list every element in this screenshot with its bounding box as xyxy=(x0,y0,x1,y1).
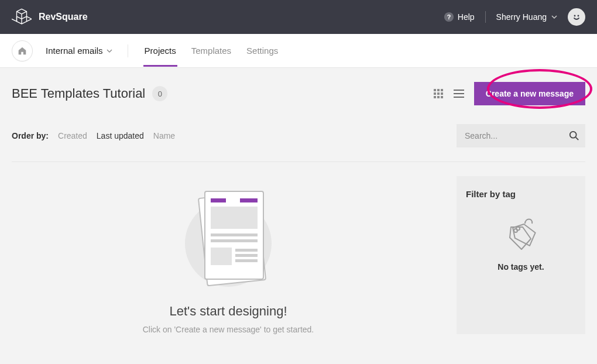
brand-name: RevSquare xyxy=(39,12,88,22)
svg-rect-9 xyxy=(441,92,443,95)
tag-filter-empty-text: No tags yet. xyxy=(466,262,576,272)
svg-point-31 xyxy=(514,229,517,232)
help-link[interactable]: ? Help xyxy=(444,12,475,22)
user-menu[interactable]: Sherry Huang xyxy=(496,12,557,22)
page-title: BEE Templates Tutorial xyxy=(12,86,145,101)
navbar: Internal emails Projects Templates Setti… xyxy=(0,34,597,68)
search-icon xyxy=(569,131,579,141)
svg-rect-25 xyxy=(211,239,258,242)
order-option-last-updated[interactable]: Last updated xyxy=(97,131,144,140)
list-view-button[interactable] xyxy=(451,86,467,101)
grid-icon xyxy=(433,88,444,99)
tab-settings[interactable]: Settings xyxy=(245,35,279,66)
tab-projects[interactable]: Projects xyxy=(143,35,177,66)
tag-filter-panel: Filter by tag No tags yet. xyxy=(457,176,585,334)
nav-divider xyxy=(128,44,128,57)
svg-rect-5 xyxy=(437,89,440,91)
search-wrap xyxy=(457,124,585,147)
user-name: Sherry Huang xyxy=(496,12,547,22)
grid-view-button[interactable] xyxy=(431,86,446,101)
chevron-down-icon xyxy=(551,14,557,20)
svg-rect-23 xyxy=(211,207,258,229)
tab-templates[interactable]: Templates xyxy=(190,35,232,66)
item-count-badge: 0 xyxy=(152,86,167,101)
tag-filter-title: Filter by tag xyxy=(466,189,576,199)
search-input[interactable] xyxy=(457,124,585,147)
topbar-divider xyxy=(485,11,486,23)
order-by-label: Order by: xyxy=(12,131,49,140)
home-button[interactable] xyxy=(12,40,33,61)
svg-rect-27 xyxy=(235,249,258,252)
page-header: BEE Templates Tutorial 0 Create a new me… xyxy=(12,80,585,108)
home-icon xyxy=(17,46,28,56)
svg-rect-29 xyxy=(235,259,258,262)
avatar-face-icon xyxy=(571,11,582,23)
create-message-button[interactable]: Create a new message xyxy=(474,82,585,105)
brand-logo-icon xyxy=(12,7,32,27)
filter-row: Order by: Created Last updated Name xyxy=(12,124,585,147)
chevron-down-icon xyxy=(107,48,112,54)
view-toggle xyxy=(431,86,467,101)
brand-block[interactable]: RevSquare xyxy=(12,7,88,27)
svg-text:?: ? xyxy=(447,13,451,20)
empty-state-subtitle: Click on 'Create a new message' to get s… xyxy=(143,325,314,334)
topbar: RevSquare ? Help Sherry Huang xyxy=(0,0,597,34)
svg-point-2 xyxy=(574,15,576,17)
svg-rect-28 xyxy=(235,254,258,257)
svg-point-3 xyxy=(578,15,579,17)
tag-icon xyxy=(466,213,576,254)
empty-state-title: Let's start designing! xyxy=(169,304,287,319)
svg-rect-12 xyxy=(441,96,443,98)
empty-state: Let's start designing! Click on 'Create … xyxy=(12,176,445,334)
help-icon: ? xyxy=(444,12,454,22)
svg-point-16 xyxy=(570,132,577,138)
svg-rect-10 xyxy=(434,96,436,98)
order-option-name[interactable]: Name xyxy=(153,131,175,140)
svg-rect-26 xyxy=(211,248,232,265)
svg-rect-7 xyxy=(434,92,436,95)
order-option-created[interactable]: Created xyxy=(58,131,87,140)
svg-rect-22 xyxy=(240,198,258,202)
content-area: Let's start designing! Click on 'Create … xyxy=(12,162,585,334)
svg-rect-4 xyxy=(434,89,436,91)
list-icon xyxy=(453,88,465,99)
svg-rect-21 xyxy=(211,198,226,202)
svg-rect-11 xyxy=(437,96,440,98)
avatar[interactable] xyxy=(568,8,585,26)
help-label: Help xyxy=(458,12,475,22)
svg-rect-8 xyxy=(437,92,440,95)
workspace-name-label: Internal emails xyxy=(46,46,103,56)
svg-rect-24 xyxy=(211,233,258,236)
empty-state-illustration xyxy=(179,188,278,293)
svg-line-17 xyxy=(576,138,579,140)
svg-rect-6 xyxy=(441,89,443,91)
workspace-selector[interactable]: Internal emails xyxy=(46,46,112,56)
